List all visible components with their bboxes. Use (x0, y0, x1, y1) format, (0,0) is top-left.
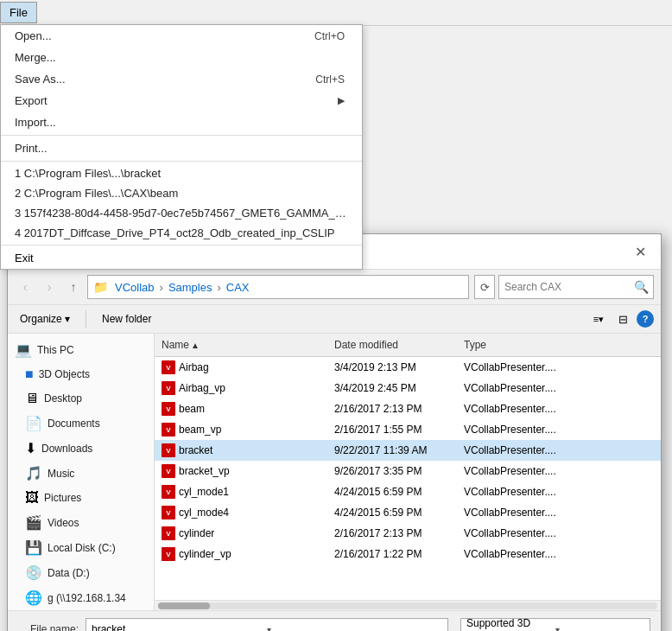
file-row-beam-vp[interactable]: V beam_vp 2/16/2017 1:55 PM VCollabPrese… (155, 419, 661, 440)
vcax-icon: V (162, 402, 175, 416)
breadcrumb-samples[interactable]: Samples (167, 281, 214, 294)
menu-save-as[interactable]: Save As... Ctrl+S (1, 68, 362, 90)
breadcrumb-cax[interactable]: CAX (225, 281, 251, 294)
vcax-icon: V (162, 547, 175, 561)
file-list-header: Name ▲ Date modified Type (155, 334, 661, 357)
address-bar: ‹ › ↑ 📁 VCollab › Samples › CAX ⟳ 🔍 (8, 270, 661, 305)
file-dropdown: Open... Ctrl+O Merge... Save As... Ctrl+… (0, 24, 363, 270)
left-documents[interactable]: 📄 Documents (8, 411, 154, 436)
column-type[interactable]: Type (457, 337, 661, 353)
left-videos[interactable]: 🎬 Videos (8, 510, 154, 535)
file-row-airbag-vp[interactable]: V Airbag_vp 3/4/2019 2:45 PM VCollabPres… (155, 378, 661, 398)
recent-4[interactable]: 4 2017DT_Diffcase_Drive_PT4_oct28_Odb_cr… (1, 223, 362, 243)
file-row-cyl-mode4[interactable]: V cyl_mode4 4/24/2015 6:59 PM VCollabPre… (155, 502, 661, 523)
view-buttons: ≡▾ ⊟ ? (588, 309, 654, 329)
view-details-button[interactable]: ⊟ (612, 309, 633, 329)
vcax-icon: V (162, 423, 175, 437)
data-d-label: Data (D:) (48, 567, 90, 579)
desktop-label: Desktop (44, 392, 82, 405)
left-this-pc[interactable]: 💻 This PC (8, 337, 154, 362)
music-icon: 🎵 (25, 465, 42, 481)
menu-open[interactable]: Open... Ctrl+O (1, 25, 362, 47)
left-3d-objects[interactable]: ■ 3D Objects (8, 362, 154, 386)
file-list: V Airbag 3/4/2019 2:13 PM VCollabPresent… (155, 357, 661, 600)
recent-1[interactable]: 1 C:\Program Files\...\bracket (1, 163, 362, 183)
back-button[interactable]: ‹ (15, 277, 35, 297)
help-button[interactable]: ? (637, 310, 654, 328)
file-name-bracket: V bracket (155, 443, 327, 458)
filename-dropdown-arrow: ▾ (267, 625, 442, 632)
left-desktop[interactable]: 🖥 Desktop (8, 386, 154, 411)
search-input[interactable] (504, 281, 634, 293)
dialog-close-button[interactable]: ✕ (630, 241, 650, 262)
this-pc-icon: 💻 (15, 341, 32, 358)
network-g-icon: 🌐 (25, 590, 42, 606)
forward-button[interactable]: › (39, 277, 60, 297)
file-name-airbag: V Airbag (155, 360, 327, 375)
left-data-d[interactable]: 💿 Data (D:) (8, 560, 154, 585)
pictures-icon: 🖼 (25, 490, 39, 506)
menu-import[interactable]: Import... (1, 112, 362, 133)
network-g-label: g (\\192.168.1.34 (48, 592, 126, 604)
right-panel: Name ▲ Date modified Type V Airbag 3/4 (155, 334, 661, 610)
vcax-icon: V (162, 443, 175, 457)
file-row-cylinder-vp[interactable]: V cylinder_vp 2/16/2017 1:22 PM VCollabP… (155, 544, 661, 564)
folder-icon: 📁 (93, 280, 108, 294)
open-dialog: Open ✕ ‹ › ↑ 📁 VCollab › Samples › CAX ⟳… (7, 233, 662, 631)
left-pictures[interactable]: 🖼 Pictures (8, 486, 154, 510)
menu-print[interactable]: Print... (1, 137, 362, 159)
videos-icon: 🎬 (25, 514, 42, 531)
search-icon[interactable]: 🔍 (634, 280, 649, 294)
file-name-cyl-mode4: V cyl_mode4 (155, 505, 327, 520)
dialog-footer: File name: bracket ▾ Supported 3D Files(… (8, 610, 661, 631)
refresh-button[interactable]: ⟳ (474, 275, 495, 299)
3d-objects-label: 3D Objects (39, 368, 90, 380)
column-name[interactable]: Name ▲ (155, 337, 327, 353)
file-name-beam-vp: V beam_vp (155, 422, 327, 437)
filetype-input[interactable]: Supported 3D Files(*.cax) ▾ (460, 618, 650, 631)
file-name-cyl-mode1: V cyl_mode1 (155, 484, 327, 500)
dialog-body: 💻 This PC ■ 3D Objects 🖥 Desktop 📄 Docum… (8, 334, 661, 610)
up-button[interactable]: ↑ (63, 277, 84, 297)
menu-exit[interactable]: Exit (1, 247, 362, 269)
left-panel: 💻 This PC ■ 3D Objects 🖥 Desktop 📄 Docum… (8, 334, 155, 610)
file-name-cylinder: V cylinder (155, 526, 327, 541)
file-name-beam: V beam (155, 401, 327, 417)
this-pc-label: This PC (37, 344, 74, 356)
recent-3[interactable]: 3 157f4238-80d4-4458-95d7-0ec7e5b74567_G… (1, 203, 362, 223)
search-box: 🔍 (498, 275, 654, 299)
file-row-cyl-mode1[interactable]: V cyl_mode1 4/24/2015 6:59 PM VCollabPre… (155, 481, 661, 502)
file-row-airbag[interactable]: V Airbag 3/4/2019 2:13 PM VCollabPresent… (155, 357, 661, 378)
vcax-icon: V (162, 526, 175, 540)
file-row-beam[interactable]: V beam 2/16/2017 2:13 PM VCollabPresente… (155, 398, 661, 419)
left-music[interactable]: 🎵 Music (8, 461, 154, 486)
column-date[interactable]: Date modified (327, 337, 457, 353)
data-d-icon: 💿 (25, 564, 42, 581)
file-menu[interactable]: File (0, 2, 37, 23)
3d-objects-icon: ■ (25, 366, 34, 382)
toolbar-separator (86, 310, 86, 328)
file-name-cylinder-vp: V cylinder_vp (155, 546, 327, 562)
menu-export[interactable]: Export ▶ (1, 90, 362, 112)
menu-bar: File (0, 0, 672, 26)
file-row-bracket-vp[interactable]: V bracket_vp 9/26/2017 3:35 PM VCollabPr… (155, 461, 661, 481)
left-network-g[interactable]: 🌐 g (\\192.168.1.34 (8, 585, 154, 610)
organize-button[interactable]: Organize ▾ (15, 310, 75, 328)
file-row-cylinder[interactable]: V cylinder 2/16/2017 2:13 PM VCollabPres… (155, 523, 661, 544)
local-disk-label: Local Disk (C:) (48, 542, 116, 554)
scroll-thumb[interactable] (158, 602, 210, 609)
new-folder-button[interactable]: New folder (97, 310, 156, 328)
toolbar: Organize ▾ New folder ≡▾ ⊟ ? (8, 305, 661, 334)
vcax-icon: V (162, 485, 175, 499)
breadcrumb-vcollab[interactable]: VCollab (113, 281, 156, 294)
file-name-airbag-vp: V Airbag_vp (155, 380, 327, 396)
left-local-disk[interactable]: 💾 Local Disk (C:) (8, 535, 154, 560)
menu-merge[interactable]: Merge... (1, 47, 362, 68)
desktop-icon: 🖥 (25, 391, 39, 406)
view-list-button[interactable]: ≡▾ (588, 309, 609, 329)
filename-input[interactable]: bracket ▾ (86, 618, 448, 631)
recent-2[interactable]: 2 C:\Program Files\...\CAX\beam (1, 183, 362, 203)
file-row-bracket[interactable]: V bracket 9/22/2017 11:39 AM VCollabPres… (155, 440, 661, 461)
horizontal-scrollbar[interactable] (155, 600, 661, 610)
left-downloads[interactable]: ⬇ Downloads (8, 436, 154, 461)
